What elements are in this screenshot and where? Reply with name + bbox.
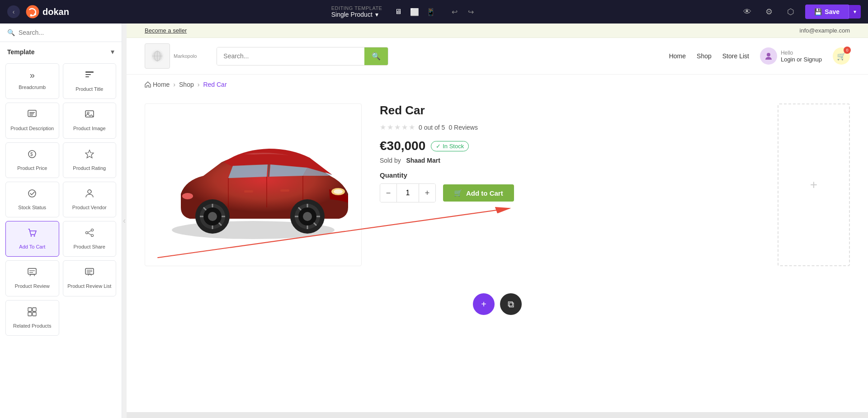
related-products-label: Related Products [13, 323, 51, 329]
sidebar-collapse-icon[interactable]: ▾ [111, 47, 114, 56]
svg-point-2 [34, 13, 36, 15]
product-price-value: €30,000 [380, 139, 425, 153]
vendor-name: Shaad Mart [406, 157, 440, 164]
canvas-inner: Become a seller info@example.com [127, 23, 868, 412]
back-button[interactable]: ‹ [7, 5, 20, 18]
svg-line-42 [269, 164, 269, 177]
add-block-button[interactable]: + [473, 293, 495, 315]
store-logo-text: Markopolo [174, 53, 197, 59]
undo-button[interactable]: ↩ [447, 5, 462, 19]
user-avatar [760, 47, 777, 65]
copy-block-button[interactable]: ⧉ [500, 293, 522, 315]
menu-store-list[interactable]: Store List [722, 52, 749, 60]
quantity-label: Quantity [380, 171, 760, 179]
add-to-cart-label: Add To Cart [19, 244, 45, 250]
store-search-button[interactable]: 🔍 [364, 47, 388, 65]
add-to-cart-icon [27, 228, 37, 240]
history-buttons: ↩ ↪ [447, 5, 478, 19]
breadcrumb-current: Red Car [203, 81, 226, 88]
product-price-label: Product Price [17, 165, 47, 171]
quantity-decrease-button[interactable]: − [380, 184, 396, 202]
product-price-icon: $ [27, 149, 37, 161]
breadcrumb-shop[interactable]: Shop [179, 81, 194, 88]
store-search-input[interactable] [217, 47, 364, 65]
product-description-icon [27, 109, 37, 122]
user-login[interactable]: Login or Signup [781, 56, 822, 63]
save-button[interactable]: 💾 Save [805, 5, 849, 19]
sidebar-item-product-description[interactable]: Product Description [5, 103, 59, 138]
svg-rect-33 [28, 312, 32, 316]
store-menu: Home Shop Store List [669, 52, 749, 60]
tablet-view-button[interactable]: ⬜ [407, 5, 422, 19]
sidebar-item-product-rating[interactable]: Product Rating [63, 142, 117, 178]
svg-point-18 [34, 235, 35, 237]
sidebar-item-product-share[interactable]: Product Share [63, 221, 117, 257]
svg-point-20 [85, 232, 88, 234]
product-review-label: Product Review [15, 283, 50, 289]
product-share-icon [85, 228, 94, 240]
sold-by-label: Sold by [380, 157, 401, 164]
svg-rect-47 [280, 189, 289, 192]
product-image-label: Product Image [73, 125, 106, 132]
quantity-increase-button[interactable]: + [419, 184, 435, 202]
menu-home[interactable]: Home [669, 52, 686, 60]
sidebar-item-product-price[interactable]: $ Product Price [5, 142, 59, 178]
template-selector[interactable]: Single Product ▾ [331, 11, 382, 18]
sidebar-search-input[interactable] [19, 29, 114, 36]
menu-shop[interactable]: Shop [697, 52, 712, 60]
svg-line-22 [88, 231, 91, 233]
svg-rect-4 [85, 74, 91, 75]
sidebar-grid: » Breadcrumb Product Title Product Descr… [0, 60, 122, 339]
sidebar-item-product-review[interactable]: Product Review [5, 260, 59, 296]
quantity-input[interactable] [396, 184, 419, 202]
store-logo-area: Markopolo [145, 43, 197, 69]
breadcrumb-home[interactable]: Home [145, 81, 170, 88]
settings-button[interactable]: ⚙ [762, 5, 776, 19]
stock-status-label: Stock Status [18, 204, 46, 211]
sidebar-item-breadcrumb[interactable]: » Breadcrumb [5, 63, 59, 99]
product-rating-label: Product Rating [73, 165, 106, 171]
svg-rect-46 [244, 190, 253, 193]
save-button-group: 💾 Save ▾ [805, 5, 861, 19]
product-rating-row: ★ ★ ★ ★ ★ 0 out of 5 0 Reviews [380, 123, 760, 132]
sidebar-item-product-image[interactable]: Product Image [63, 103, 117, 138]
top-bar-left: ‹ dokan [7, 5, 69, 19]
sidebar-item-related-products[interactable]: Related Products [5, 300, 59, 336]
save-label: Save [825, 8, 840, 15]
sidebar-item-add-to-cart[interactable]: Add To Cart [5, 221, 59, 257]
product-review-list-icon [85, 267, 94, 279]
mobile-view-button[interactable]: 📱 [424, 5, 438, 19]
become-seller-link[interactable]: Become a seller [145, 27, 187, 34]
product-review-list-label: Product Review List [67, 283, 111, 289]
add-to-cart-button[interactable]: 🛒 Add to Cart [443, 184, 514, 202]
preview-button[interactable]: 👁 [740, 5, 755, 19]
product-car-image [154, 117, 353, 253]
store-email: info@example.com [800, 27, 850, 34]
add-to-cart-label: Add to Cart [466, 189, 503, 197]
save-dropdown-button[interactable]: ▾ [849, 5, 861, 19]
sidebar-item-stock-status[interactable]: Stock Status [5, 182, 59, 217]
store-user-area: Hello Login or Signup [760, 47, 822, 65]
resize-handle[interactable] [122, 23, 127, 418]
breadcrumb-bar: Home › Shop › Red Car [127, 75, 868, 94]
add-section-icon[interactable]: + [810, 178, 817, 192]
main-layout: 🔍 Template ▾ » Breadcrumb Product Title [0, 23, 868, 418]
sidebar-item-product-title[interactable]: Product Title [63, 63, 117, 99]
redo-button[interactable]: ↪ [463, 5, 478, 19]
svg-rect-8 [29, 113, 34, 114]
sidebar-item-product-review-list[interactable]: Product Review List [63, 260, 117, 296]
svg-point-16 [88, 190, 91, 193]
home-icon [145, 81, 151, 88]
svg-marker-14 [85, 150, 94, 158]
svg-rect-31 [28, 308, 32, 311]
breadcrumb-icon: » [30, 70, 35, 80]
layers-button[interactable]: ⬡ [783, 5, 798, 19]
svg-rect-24 [28, 268, 36, 274]
cart-button[interactable]: 🛒 0 [833, 47, 850, 65]
svg-rect-32 [33, 308, 36, 311]
desktop-view-button[interactable]: 🖥 [391, 5, 406, 19]
related-products-icon [27, 307, 37, 319]
sidebar-item-product-vendor[interactable]: Product Vendor [63, 182, 117, 217]
breadcrumb-sep-2: › [198, 81, 200, 88]
star-4: ★ [401, 123, 408, 132]
